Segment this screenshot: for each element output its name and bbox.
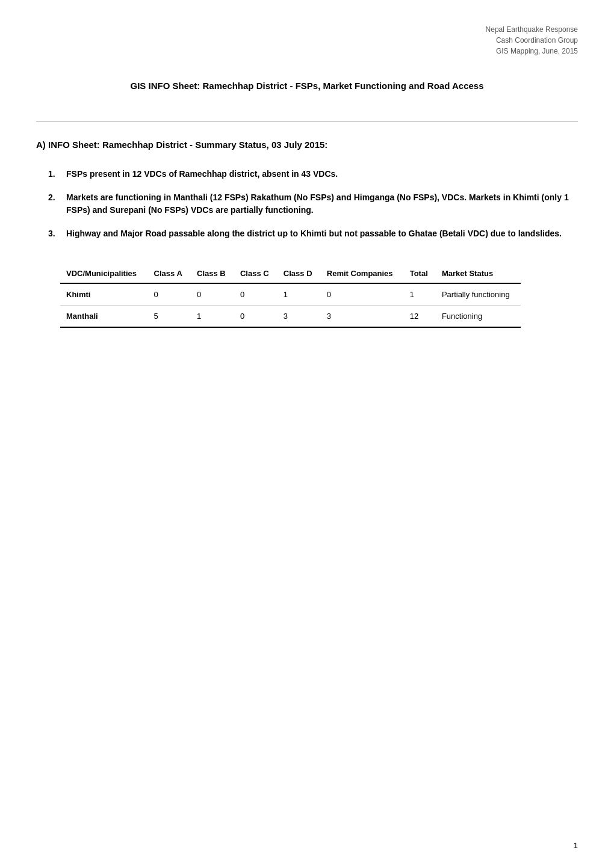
item-number: 2. (48, 191, 66, 204)
cell-classB: 1 (191, 306, 234, 328)
item-number: 1. (48, 168, 66, 180)
list-item: 1. FSPs present in 12 VDCs of Ramechhap … (48, 168, 578, 180)
list-item: 2. Markets are functioning in Manthali (… (48, 191, 578, 217)
item-text: Markets are functioning in Manthali (12 … (66, 191, 578, 217)
col-total: Total (404, 264, 436, 283)
cell-classC: 0 (234, 306, 278, 328)
col-classC: Class C (234, 264, 278, 283)
cell-classD: 3 (278, 306, 321, 328)
item-text: FSPs present in 12 VDCs of Ramechhap dis… (66, 168, 338, 180)
cell-vdc: Manthali (60, 306, 148, 328)
header-line1: Nepal Earthquake Response (486, 25, 578, 34)
table-header-row: VDC/Municipalities Class A Class B Class… (60, 264, 521, 283)
cell-status: Functioning (436, 306, 521, 328)
cell-status: Partially functioning (436, 283, 521, 306)
cell-classB: 0 (191, 283, 234, 306)
table-row: Manthali 5 1 0 3 3 12 Functioning (60, 306, 521, 328)
data-table-wrapper: VDC/Municipalities Class A Class B Class… (36, 264, 578, 328)
col-vdc: VDC/Municipalities (60, 264, 148, 283)
col-status: Market Status (436, 264, 521, 283)
table-row: Khimti 0 0 0 1 0 1 Partially functioning (60, 283, 521, 306)
divider (36, 121, 578, 122)
col-classD: Class D (278, 264, 321, 283)
col-classA: Class A (148, 264, 191, 283)
data-table: VDC/Municipalities Class A Class B Class… (60, 264, 521, 328)
header-line3: GIS Mapping, June, 2015 (496, 47, 578, 55)
header-info: Nepal Earthquake Response Cash Coordinat… (36, 24, 578, 57)
cell-vdc: Khimti (60, 283, 148, 306)
cell-classD: 1 (278, 283, 321, 306)
col-classB: Class B (191, 264, 234, 283)
content-list: 1. FSPs present in 12 VDCs of Ramechhap … (48, 168, 578, 240)
cell-total: 12 (404, 306, 436, 328)
cell-total: 1 (404, 283, 436, 306)
section-title: A) INFO Sheet: Ramechhap District - Summ… (36, 140, 578, 150)
cell-classC: 0 (234, 283, 278, 306)
page-number: 1 (574, 841, 578, 850)
col-remit: Remit Companies (321, 264, 404, 283)
cell-remit: 0 (321, 283, 404, 306)
cell-classA: 0 (148, 283, 191, 306)
header-line2: Cash Coordination Group (496, 36, 578, 45)
item-number: 3. (48, 227, 66, 240)
cell-classA: 5 (148, 306, 191, 328)
item-text: Highway and Major Road passable along th… (66, 227, 562, 240)
list-item: 3. Highway and Major Road passable along… (48, 227, 578, 240)
main-title: GIS INFO Sheet: Ramechhap District - FSP… (36, 75, 578, 97)
cell-remit: 3 (321, 306, 404, 328)
